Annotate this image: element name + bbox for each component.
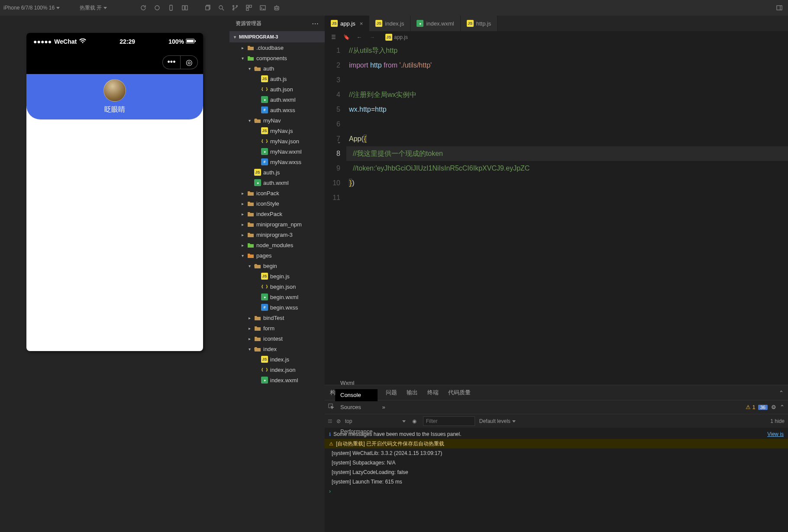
tree-file[interactable]: JSauth.js [229,74,325,84]
console-message: [system] LazyCodeLoading: false [325,468,788,477]
tree-file[interactable]: JSbegin.js [229,271,325,281]
more-tabs-icon[interactable]: » [382,404,385,410]
devtools-tab[interactable]: Console [335,389,378,401]
layout-icon[interactable] [180,3,190,13]
bookmark-icon[interactable]: 🔖 [342,33,351,42]
tree-file[interactable]: { }myNav.json [229,136,325,146]
tree-folder[interactable]: bindTest [229,313,325,323]
refresh-icon[interactable] [138,3,149,13]
console-message: [system] WeChatLib: 3.3.2 (2024.1.15 13:… [325,448,788,458]
extensions-icon[interactable] [244,3,254,13]
console-message: ⚠[自动热重载] 已开启代码文件保存后自动热重载 [325,439,788,448]
project-root[interactable]: MINIPROGRAM-3 [229,31,325,42]
tree-file[interactable]: { }auth.json [229,84,325,94]
terminal-icon[interactable] [258,3,268,13]
editor-tab[interactable]: JShttp.js [461,16,498,31]
capsule-menu-button[interactable]: ••• [163,56,180,69]
editor-area: JSapp.js×JSindex.js⬥index.wxmlJShttp.js … [325,16,788,532]
breadcrumb-file[interactable]: app.js [394,34,408,40]
tree-folder[interactable]: begin [229,261,325,271]
info-count[interactable]: 36 [758,405,768,410]
tree-folder[interactable]: miniprogram_npm [229,219,325,229]
tree-file[interactable]: JSmyNav.js [229,126,325,136]
tree-file[interactable]: #begin.wxss [229,302,325,313]
time-label: 22:29 [119,38,135,45]
tree-folder[interactable]: components [229,53,325,63]
editor-tab[interactable]: JSapp.js× [325,16,369,31]
search-icon[interactable] [216,3,226,13]
collapse-icon[interactable]: ⌃ [780,404,785,410]
battery-label: 100% [168,38,184,45]
tree-file[interactable]: ⬥auth.wxml [229,177,325,188]
tree-file[interactable]: { }index.json [229,364,325,375]
explorer-panel: 资源管理器 ⋯ MINIPROGRAM-3 .cloudbasecomponen… [229,16,325,532]
tree-file[interactable]: JSauth.js [229,167,325,177]
svg-rect-11 [246,8,249,10]
warnings-count[interactable]: ⚠ 1 [746,404,756,410]
hot-reload-toggle[interactable]: 热重载 开 [80,4,107,12]
tree-file[interactable]: ⬥auth.wxml [229,94,325,105]
console-message: [system] Subpackages: N/A [325,458,788,468]
console-prompt[interactable]: › [325,487,788,496]
devtools-tabs: WxmlConsoleSourcesNetworkPerformance » ⚠… [325,400,788,414]
inspect-icon[interactable] [328,403,334,411]
tree-folder[interactable]: icontest [229,333,325,344]
bottom-tab[interactable]: 问题 [385,389,398,397]
svg-rect-9 [246,5,249,7]
robot-icon[interactable] [271,3,282,13]
back-icon[interactable]: ← [355,33,364,42]
tree-file[interactable]: ⬥begin.wxml [229,292,325,302]
tree-folder[interactable]: miniprogram-3 [229,229,325,240]
tree-folder[interactable]: auth [229,63,325,74]
live-expression-icon[interactable]: ◉ [410,418,419,424]
fold-icon[interactable]: ⌄ [337,134,341,149]
svg-point-15 [277,8,278,9]
settings-gear-icon[interactable]: ⚙ [771,404,776,410]
stop-icon[interactable] [152,3,162,13]
log-levels-selector[interactable]: Default levels [479,418,516,424]
list-icon[interactable]: ☰ [329,33,338,42]
editor-tab[interactable]: ⬥index.wxml [410,16,460,31]
device-icon[interactable] [166,3,176,13]
tree-folder[interactable]: .cloudbase [229,42,325,53]
tree-file[interactable]: { }begin.json [229,281,325,292]
hidden-count[interactable]: 1 hide [770,418,785,424]
context-selector[interactable]: top [345,418,406,424]
app-content[interactable]: 眨眼睛 [26,74,203,351]
tree-folder[interactable]: node_modules [229,240,325,250]
tree-folder[interactable]: index [229,344,325,354]
bottom-tab[interactable]: 终端 [426,389,439,397]
capsule-close-button[interactable]: ◎ [180,56,197,69]
bottom-tab[interactable]: 代码质量 [447,389,472,397]
bottom-tab[interactable]: 输出 [406,389,419,397]
panel-layout-icon[interactable] [774,3,785,13]
tree-file[interactable]: #myNav.wxss [229,157,325,167]
tree-folder[interactable]: form [229,323,325,333]
explorer-more-icon[interactable]: ⋯ [312,19,319,28]
tree-file[interactable]: #auth.wxss [229,105,325,115]
code-editor[interactable]: 1234567891011 ⌄//从utils导入httpimport http… [325,43,788,385]
tree-file[interactable]: JSindex.js [229,354,325,364]
devtools-tab[interactable]: Sources [335,401,378,413]
run-icon[interactable]: ▸⃞ [328,418,332,424]
tree-folder[interactable]: myNav [229,115,325,126]
chevron-up-icon[interactable]: ⌃ [779,390,784,396]
tree-folder[interactable]: pages [229,250,325,261]
console-output[interactable]: ℹSome messages have been moved to the Is… [325,428,788,532]
editor-tab[interactable]: JSindex.js [369,16,410,31]
forward-icon[interactable]: → [368,33,377,42]
tree-folder[interactable]: iconPack [229,188,325,198]
close-tab-icon[interactable]: × [360,20,363,27]
tree-file[interactable]: ⬥index.wxml [229,375,325,385]
console-link[interactable]: View is [767,429,784,439]
device-selector[interactable]: iPhone 6/7/8 100% 16 [3,5,60,11]
console-filter-input[interactable] [423,416,475,426]
copy-icon[interactable] [202,3,213,13]
tree-folder[interactable]: iconStyle [229,198,325,209]
clear-console-icon[interactable]: ⊘ [336,418,341,424]
avatar[interactable] [103,79,126,102]
tree-file[interactable]: ⬥myNav.wxml [229,146,325,157]
mini-program-capsule: ••• ◎ [162,55,198,69]
branch-icon[interactable] [230,3,240,13]
tree-folder[interactable]: indexPack [229,209,325,219]
